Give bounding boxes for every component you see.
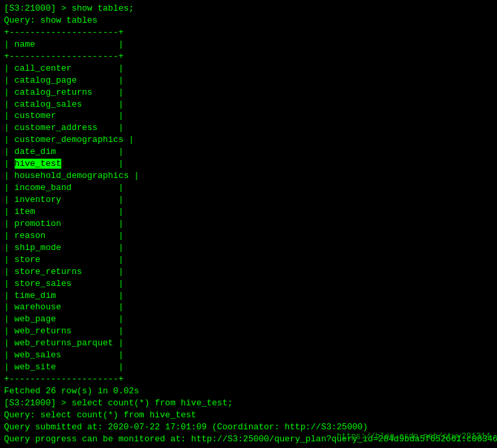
line-web-page: | web_page | bbox=[4, 313, 493, 325]
line-store-sales: | store_sales | bbox=[4, 278, 493, 290]
line-reason: | reason | bbox=[4, 230, 493, 242]
line-3: +---------------------+ bbox=[4, 27, 493, 39]
line-hive-test: | hive_test | bbox=[4, 158, 493, 170]
terminal: [S3:21000] > show tables; Query: show ta… bbox=[0, 0, 497, 448]
line-catalog-sales: | catalog_sales | bbox=[4, 99, 493, 111]
line-time-dim: | time_dim | bbox=[4, 290, 493, 302]
line-customer-address: | customer_address | bbox=[4, 122, 493, 134]
line-web-sales: | web_sales | bbox=[4, 349, 493, 361]
line-web-returns: | web_returns | bbox=[4, 325, 493, 337]
line-customer: | customer | bbox=[4, 110, 493, 122]
line-store: | store | bbox=[4, 254, 493, 266]
line-ship-mode: | ship_mode | bbox=[4, 242, 493, 254]
line-4: | name | bbox=[4, 39, 493, 51]
line-web-returns-parquet: | web_returns_parquet | bbox=[4, 337, 493, 349]
line-customer-demographics: | customer_demographics | bbox=[4, 134, 493, 146]
line-item: | item | bbox=[4, 206, 493, 218]
line-household-demographics: | household_demographics | bbox=[4, 170, 493, 182]
line-promotion: | promotion | bbox=[4, 218, 493, 230]
line-2: Query: show tables bbox=[4, 15, 493, 27]
line-income-band: | income_band | bbox=[4, 182, 493, 194]
line-count-top: +---------+ bbox=[4, 445, 493, 448]
line-catalog-page: | catalog_page | bbox=[4, 75, 493, 87]
line-inventory: | inventory | bbox=[4, 194, 493, 206]
line-catalog-returns: | catalog_returns | bbox=[4, 87, 493, 99]
line-date-dim: | date_dim | bbox=[4, 146, 493, 158]
line-1: [S3:21000] > show tables; bbox=[4, 3, 493, 15]
line-call-center: | call_center | bbox=[4, 63, 493, 75]
line-warehouse: | warehouse | bbox=[4, 301, 493, 313]
line-5: +---------------------+ bbox=[4, 51, 493, 63]
watermark: https://blog.csdn.net/ctwy291314 bbox=[337, 432, 490, 441]
line-store-returns: | store_returns | bbox=[4, 266, 493, 278]
line-query-select: Query: select count(*) from hive_test bbox=[4, 409, 493, 421]
highlighted-hive-test: hive_test bbox=[15, 159, 61, 169]
line-select-cmd: [S3:21000] > select count(*) from hive_t… bbox=[4, 397, 493, 409]
line-fetched-26: Fetched 26 row(s) in 0.02s bbox=[4, 385, 493, 397]
line-web-site: | web_site | bbox=[4, 361, 493, 373]
line-end-table: +---------------------+ bbox=[4, 373, 493, 385]
